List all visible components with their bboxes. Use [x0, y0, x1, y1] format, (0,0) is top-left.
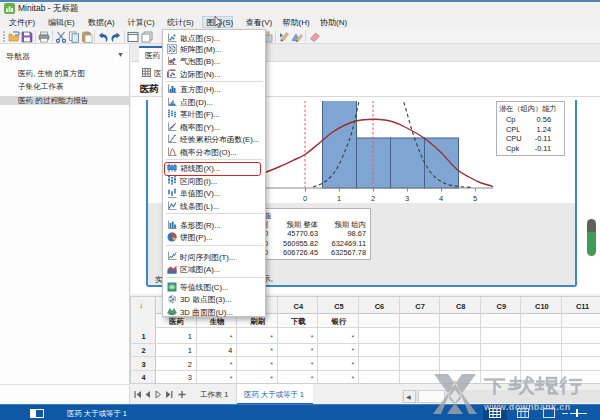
svg-text:1: 1 [337, 193, 341, 202]
svg-text:2: 2 [371, 193, 375, 202]
svg-text:5: 5 [473, 193, 477, 202]
svg-text:0: 0 [303, 193, 307, 202]
svg-text:3: 3 [405, 193, 409, 202]
svg-text:4: 4 [439, 193, 443, 202]
